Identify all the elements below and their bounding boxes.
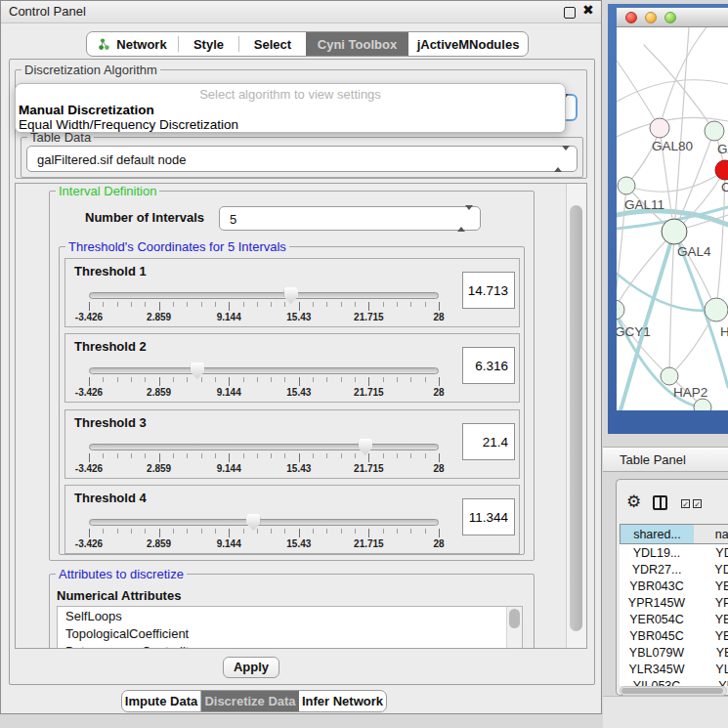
checkbox-icon[interactable]: ✓ bbox=[681, 499, 690, 508]
dropdown-item-manual-discretization[interactable]: Manual Discretization bbox=[18, 103, 564, 117]
table-cell[interactable]: YPR1 bbox=[694, 594, 728, 611]
node-selected-red[interactable] bbox=[715, 160, 728, 180]
table-cell[interactable]: YBL079W bbox=[620, 644, 694, 661]
table-cell[interactable]: YBR0 bbox=[694, 627, 728, 644]
checkbox-icon[interactable]: ✓ bbox=[693, 499, 702, 508]
threshold-4-slider[interactable]: -3.426 2.859 9.144 15.43 21.715 28 bbox=[89, 513, 439, 548]
viewport-scrollbar-thumb[interactable] bbox=[570, 205, 582, 631]
tab-network[interactable]: Network bbox=[87, 32, 178, 56]
tick-label: 15.43 bbox=[286, 387, 311, 398]
table-cell[interactable]: YBR0 bbox=[694, 578, 728, 594]
table-row[interactable]: YBL079W YBL0 bbox=[620, 644, 728, 661]
number-of-intervals-combobox[interactable]: 5 bbox=[219, 206, 481, 231]
tab-select-label: Select bbox=[254, 37, 291, 52]
table-cell[interactable]: YDL1 bbox=[694, 544, 728, 561]
node-gal80[interactable] bbox=[650, 118, 669, 138]
table-row[interactable]: YDL19... YDL1 bbox=[620, 544, 728, 561]
tab-discretize-data[interactable]: Discretize Data bbox=[201, 691, 299, 711]
gear-icon[interactable]: ⚙ bbox=[626, 493, 641, 510]
network-view-canvas[interactable]: GAL80 GA C GAL11 GAL4 GCY1 H HAP2 bbox=[617, 27, 728, 410]
tab-infer-network[interactable]: Infer Network bbox=[299, 691, 386, 711]
node-gal11[interactable] bbox=[618, 177, 635, 194]
tab-impute-data-label: Impute Data bbox=[125, 694, 197, 708]
table-row[interactable]: YIL053C YIL0 bbox=[620, 677, 728, 686]
tab-style[interactable]: Style bbox=[179, 32, 238, 56]
threshold-2-value-field[interactable] bbox=[462, 347, 515, 384]
threshold-1-slider[interactable]: -3.426 2.859 9.144 15.43 21.715 28 bbox=[89, 286, 439, 321]
table-row[interactable]: YDR27... YDR2 bbox=[620, 561, 728, 578]
table-cell[interactable]: YLR3 bbox=[694, 661, 728, 677]
table-cell[interactable]: YER0 bbox=[694, 611, 728, 627]
tab-cyni-toolbox[interactable]: Cyni Toolbox bbox=[306, 32, 408, 56]
slider-tick-marks bbox=[89, 302, 440, 311]
list-item[interactable]: SelfLoops bbox=[65, 609, 122, 623]
table-cell[interactable]: YBL0 bbox=[694, 644, 728, 661]
table-data-combobox[interactable]: galFiltered.sif default node bbox=[26, 146, 578, 172]
table-cell[interactable]: YLR345W bbox=[620, 661, 694, 677]
node-label-gal11: GAL11 bbox=[624, 197, 664, 212]
dropdown-placeholder: Select algorithm to view settings bbox=[16, 87, 565, 102]
slider-track[interactable] bbox=[89, 292, 439, 299]
mac-close-button[interactable] bbox=[625, 12, 637, 23]
tick-label: -3.426 bbox=[75, 312, 103, 322]
table-horizontal-scrollbar-thumb[interactable] bbox=[621, 688, 723, 694]
table-cell[interactable]: YDR27... bbox=[620, 561, 694, 578]
node-gcy1[interactable] bbox=[617, 300, 624, 320]
threshold-1-value-field[interactable] bbox=[462, 272, 515, 309]
table-row[interactable]: YBR045C YBR0 bbox=[620, 627, 728, 644]
tick-label: -3.426 bbox=[75, 387, 103, 398]
attributes-group-label: Attributes to discretize bbox=[56, 567, 187, 581]
tab-select[interactable]: Select bbox=[239, 32, 306, 56]
float-window-icon[interactable] bbox=[564, 7, 576, 19]
table-row[interactable]: YBR043C YBR0 bbox=[620, 578, 728, 594]
table-panel-headerbar[interactable]: Table Panel bbox=[603, 447, 728, 472]
interval-definition-label: Interval Definition bbox=[56, 184, 159, 198]
list-scrollbar[interactable] bbox=[506, 607, 522, 649]
node-gal4[interactable] bbox=[662, 219, 687, 244]
mac-minimize-button[interactable] bbox=[645, 12, 657, 23]
threshold-3-label: Threshold 3 bbox=[74, 415, 147, 430]
table-cell[interactable]: YDL19... bbox=[620, 544, 694, 561]
node[interactable] bbox=[705, 121, 724, 141]
close-icon[interactable]: ✖ bbox=[582, 2, 594, 18]
table-cell[interactable]: YBR043C bbox=[620, 578, 694, 594]
threshold-3-slider[interactable]: -3.426 2.859 9.144 15.43 21.715 28 bbox=[89, 438, 439, 473]
dropdown-item-equal-width-frequency[interactable]: Equal Width/Frequency Discretization bbox=[18, 117, 564, 132]
tab-impute-data[interactable]: Impute Data bbox=[122, 691, 200, 711]
table-row[interactable]: YPR145W YPR1 bbox=[620, 594, 728, 611]
threshold-4-value-field[interactable] bbox=[462, 498, 515, 535]
columns-icon[interactable] bbox=[653, 495, 667, 510]
node-hap2[interactable] bbox=[661, 367, 678, 385]
table-cell[interactable]: YDR2 bbox=[694, 561, 728, 578]
threshold-2-slider[interactable]: -3.426 2.859 9.144 15.43 21.715 28 bbox=[89, 362, 439, 397]
table-row[interactable]: YLR345W YLR3 bbox=[620, 661, 728, 677]
table-cell[interactable]: YBR045C bbox=[620, 627, 694, 644]
tab-jactivemnodules[interactable]: jActiveMNodules bbox=[408, 32, 528, 56]
table-cell[interactable]: YPR145W bbox=[620, 594, 694, 611]
column-header-name[interactable]: name bbox=[694, 524, 728, 544]
apply-button[interactable]: Apply bbox=[223, 657, 279, 678]
list-item[interactable]: BetweennessCentrality bbox=[65, 644, 195, 649]
table-horizontal-scrollbar[interactable] bbox=[620, 686, 727, 696]
table-cell[interactable]: YIL0 bbox=[694, 677, 728, 686]
control-panel-titlebar[interactable]: Control Panel ✖ bbox=[1, 1, 601, 23]
table-row[interactable]: YER054C YER0 bbox=[620, 611, 728, 627]
tab-style-label: Style bbox=[193, 37, 224, 52]
slider-track[interactable] bbox=[89, 519, 439, 526]
slider-track[interactable] bbox=[89, 444, 439, 450]
table-cell[interactable]: YIL053C bbox=[620, 677, 694, 686]
tick-label: 15.43 bbox=[286, 312, 311, 322]
edge bbox=[617, 232, 674, 310]
tick-label: 28 bbox=[433, 312, 444, 322]
slider-track[interactable] bbox=[89, 367, 439, 374]
viewport-scrollbar[interactable] bbox=[566, 184, 586, 648]
node[interactable] bbox=[705, 298, 728, 321]
list-scrollbar-thumb[interactable] bbox=[509, 609, 520, 628]
mac-zoom-button[interactable] bbox=[664, 12, 676, 23]
column-header-shared-name[interactable]: shared... bbox=[620, 524, 694, 544]
list-item[interactable]: TopologicalCoefficient bbox=[65, 626, 189, 641]
network-window-titlebar[interactable] bbox=[617, 8, 728, 27]
table-cell[interactable]: YER054C bbox=[620, 611, 694, 627]
numerical-attributes-list[interactable]: SelfLoops TopologicalCoefficient Between… bbox=[57, 606, 523, 649]
threshold-3-value-field[interactable] bbox=[462, 423, 515, 460]
